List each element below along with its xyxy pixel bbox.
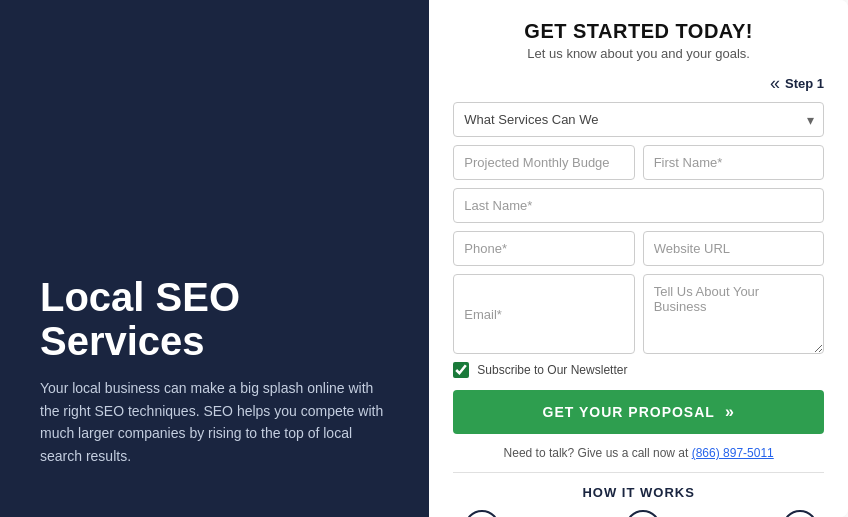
services-select[interactable]: What Services Can We SEO PPC Web Design … <box>453 102 824 137</box>
submit-arrow-icon: » <box>725 403 735 421</box>
step-item-1: 1 Complete Form <box>453 510 510 517</box>
page-description: Your local business can make a big splas… <box>40 377 389 467</box>
connector-2 <box>706 510 746 517</box>
lastname-row <box>453 188 824 223</box>
step-item-2: 2 Free Consultation <box>610 510 675 517</box>
form-subtitle: Let us know about you and your goals. <box>453 46 824 61</box>
form-title: GET STARTED TODAY! <box>453 20 824 43</box>
services-select-wrapper: What Services Can We SEO PPC Web Design … <box>453 102 824 137</box>
budget-input[interactable] <box>453 145 634 180</box>
step-circle-3: 3 <box>782 510 818 517</box>
submit-button[interactable]: GET YOUR PROPOSAL » <box>453 390 824 434</box>
firstname-input[interactable] <box>643 145 824 180</box>
email-input[interactable] <box>453 274 634 354</box>
phone-website-row <box>453 231 824 266</box>
connector-1 <box>540 510 580 517</box>
lastname-input[interactable] <box>453 188 824 223</box>
how-it-works: HOW IT WORKS 1 Complete Form 2 Free Cons… <box>453 485 824 517</box>
newsletter-row: Subscribe to Our Newsletter <box>453 362 824 378</box>
right-panel: GET STARTED TODAY! Let us know about you… <box>429 0 848 517</box>
step-circle-1: 1 <box>464 510 500 517</box>
business-textarea[interactable] <box>643 274 824 354</box>
newsletter-checkbox[interactable] <box>453 362 469 378</box>
form-header: GET STARTED TODAY! Let us know about you… <box>453 20 824 61</box>
step-item-3: 3 Get Proposal <box>776 510 824 517</box>
steps-row: 1 Complete Form 2 Free Consultation 3 <box>453 510 824 517</box>
page-title: Local SEO Services <box>40 275 389 363</box>
submit-label: GET YOUR PROPOSAL <box>543 404 715 420</box>
how-it-works-title: HOW IT WORKS <box>453 485 824 500</box>
newsletter-label: Subscribe to Our Newsletter <box>477 363 627 377</box>
budget-firstname-row <box>453 145 824 180</box>
step-circle-2: 2 <box>625 510 661 517</box>
step-back-icon: « <box>770 73 780 94</box>
email-business-row <box>453 274 824 354</box>
left-panel: Local SEO Services Your local business c… <box>0 0 429 517</box>
call-row: Need to talk? Give us a call now at (866… <box>453 446 824 473</box>
call-text: Need to talk? Give us a call now at <box>504 446 689 460</box>
step-label: Step 1 <box>785 76 824 91</box>
services-row: What Services Can We SEO PPC Web Design … <box>453 102 824 137</box>
website-input[interactable] <box>643 231 824 266</box>
step-row: « Step 1 <box>453 73 824 94</box>
phone-input[interactable] <box>453 231 634 266</box>
call-number-link[interactable]: (866) 897-5011 <box>692 446 774 460</box>
